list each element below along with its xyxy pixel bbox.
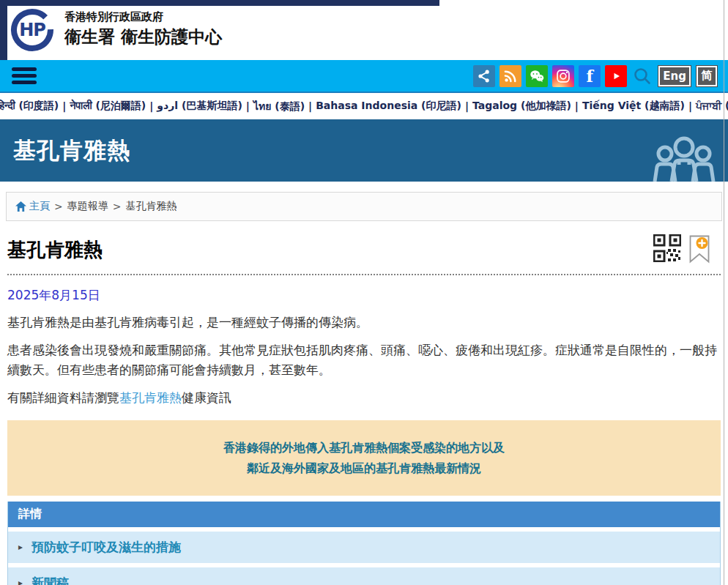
lang-separator: | <box>308 100 312 112</box>
article-date: 2025年8月15日 <box>7 287 721 304</box>
paragraph-symptoms: 患者感染後會出現發燒和嚴重關節痛。其他常見症狀包括肌肉疼痛、頭痛、噁心、疲倦和出… <box>7 340 721 379</box>
breadcrumb-home-label: 主頁 <box>29 200 50 213</box>
lang-link-nepali[interactable]: नेपाली (尼泊爾語) <box>70 100 146 113</box>
details-table: 詳情 ▸ 預防蚊子叮咬及滋生的措施 ▸ 新聞稿 ▸ 信件 ▸ 健康教育資源 <box>7 502 721 585</box>
page-title: 基孔肯雅熱 <box>7 234 103 263</box>
lang-link-indonesian[interactable]: Bahasa Indonesia (印尼語) <box>316 100 461 113</box>
main-toolbar: f Eng 简 <box>0 60 728 93</box>
title-icons <box>653 234 721 267</box>
lang-separator: | <box>62 100 66 112</box>
details-row-press-releases[interactable]: ▸ 新聞稿 <box>8 567 720 585</box>
youtube-icon[interactable] <box>605 65 627 87</box>
lang-separator: | <box>246 100 250 112</box>
home-icon <box>15 201 26 212</box>
page: HP 香港特別行政區政府 衞生署 衞生防護中心 <box>0 0 728 585</box>
hamburger-menu-icon[interactable] <box>12 67 38 84</box>
highlight-box[interactable]: 香港錄得的外地傳入基孔肯雅熱個案受感染的地方以及 鄰近及海外國家及地區的基孔肯雅… <box>7 420 721 495</box>
banner-title: 基孔肯雅熱 <box>13 135 130 166</box>
department-name: 香港特別行政區政府 衞生署 衞生防護中心 <box>64 10 222 48</box>
details-row-label[interactable]: 預防蚊子叮咬及滋生的措施 <box>31 539 181 556</box>
breadcrumb-item-topics[interactable]: 專題報導 <box>67 200 108 213</box>
left-edge-bar <box>0 0 7 60</box>
health-info-link[interactable]: 基孔肯雅熱 <box>119 390 182 405</box>
paragraph-more-info: 有關詳細資料請瀏覽基孔肯雅熱健康資訊 <box>7 388 721 407</box>
breadcrumb-section: 主頁 > 專題報導 > 基孔肯雅熱 <box>0 182 728 230</box>
bookmark-add-icon[interactable] <box>688 234 710 267</box>
dept-line1: 香港特別行政區政府 <box>64 10 222 25</box>
people-group-icon <box>652 136 716 182</box>
main-content: 基孔肯雅熱 <box>0 230 728 585</box>
lang-separator: | <box>688 100 692 112</box>
breadcrumb-home-link[interactable]: 主頁 <box>15 200 50 213</box>
more-info-suffix: 健康資訊 <box>182 390 231 405</box>
scrollbar-track[interactable] <box>724 0 724 585</box>
more-info-prefix: 有關詳細資料請瀏覽 <box>7 390 119 405</box>
lang-link-vietnamese[interactable]: Tiếng Việt (越南語) <box>582 100 685 113</box>
top-edge-bar <box>0 0 439 6</box>
page-banner: 基孔肯雅熱 <box>0 119 728 182</box>
lang-separator: | <box>575 100 579 112</box>
lang-link-tagalog[interactable]: Tagalog (他加祿語) <box>472 100 571 113</box>
chevron-right-icon: ▸ <box>18 578 23 585</box>
share-icon[interactable] <box>473 65 495 87</box>
highlight-line1[interactable]: 香港錄得的外地傳入基孔肯雅熱個案受感染的地方以及 <box>15 438 713 458</box>
facebook-icon[interactable]: f <box>579 65 601 87</box>
search-icon[interactable] <box>631 65 653 87</box>
chp-logo-letters: HP <box>10 8 54 52</box>
rss-icon[interactable] <box>499 65 521 87</box>
breadcrumb-separator: > <box>113 201 122 212</box>
breadcrumb: 主頁 > 專題報導 > 基孔肯雅熱 <box>6 192 722 221</box>
breadcrumb-separator: > <box>54 201 63 212</box>
lang-link-hindi[interactable]: हिन्दी (印度語) <box>0 100 59 113</box>
english-toggle-button[interactable]: Eng <box>658 65 691 87</box>
lang-link-thai[interactable]: ไทย (泰語) <box>253 98 305 114</box>
highlight-line2[interactable]: 鄰近及海外國家及地區的基孔肯雅熱最新情況 <box>15 458 713 478</box>
dept-line2: 衞生署 衞生防護中心 <box>64 25 222 48</box>
qr-code-icon[interactable] <box>653 234 681 265</box>
details-row-mosquito-prevention[interactable]: ▸ 預防蚊子叮咬及滋生的措施 <box>8 532 720 563</box>
simplified-chinese-button[interactable]: 简 <box>696 65 718 87</box>
details-row-label[interactable]: 新聞稿 <box>31 575 69 585</box>
paragraph-intro: 基孔肯雅熱是由基孔肯雅病毒引起，是一種經蚊子傳播的傳染病。 <box>7 313 721 332</box>
breadcrumb-item-current: 基孔肯雅熱 <box>125 200 177 213</box>
dotted-divider <box>7 274 721 275</box>
lang-separator: | <box>149 100 153 112</box>
lang-link-urdu[interactable]: اردو (巴基斯坦語) <box>157 100 242 113</box>
details-table-header: 詳情 <box>8 502 720 527</box>
instagram-icon[interactable] <box>552 65 574 87</box>
title-row: 基孔肯雅熱 <box>7 234 721 267</box>
toolbar-icons: f Eng 简 <box>473 65 718 87</box>
language-bar: हिन्दी (印度語) | नेपाली (尼泊爾語) | اردو (巴基斯… <box>0 93 728 119</box>
wechat-icon[interactable] <box>526 65 548 87</box>
site-header: HP 香港特別行政區政府 衞生署 衞生防護中心 <box>0 0 728 60</box>
lang-separator: | <box>465 100 469 112</box>
chevron-right-icon: ▸ <box>18 543 23 551</box>
chp-logo[interactable]: HP <box>10 8 54 52</box>
